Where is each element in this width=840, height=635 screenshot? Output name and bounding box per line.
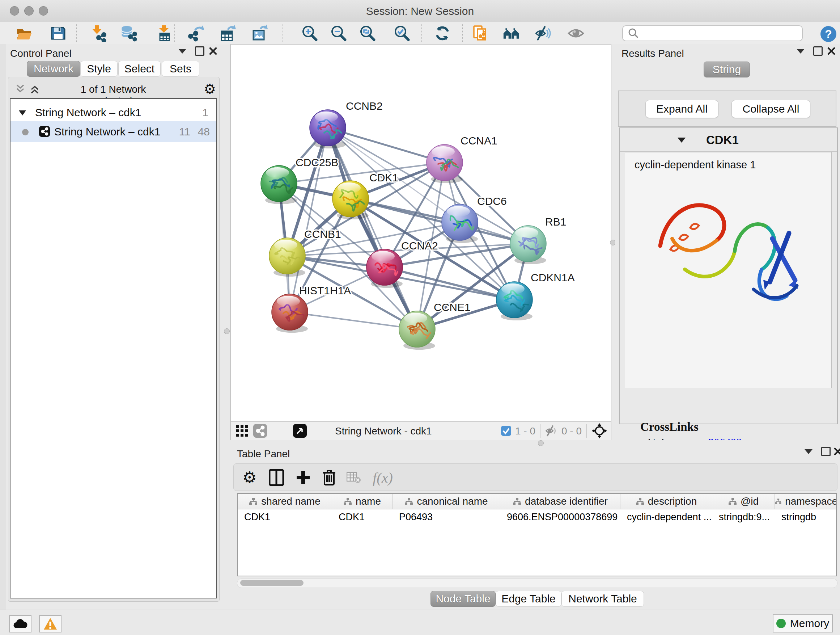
show-all-views-button[interactable]	[503, 25, 520, 42]
expand-all-button[interactable]: Expand All	[645, 100, 718, 118]
table-cell[interactable]: cyclin-dependent ...	[621, 509, 712, 524]
results-panel-menu-button[interactable]	[795, 46, 806, 56]
table-cell[interactable]: stringdb	[775, 509, 837, 524]
hide-selected-button[interactable]	[535, 25, 552, 42]
network-status-dot	[22, 129, 28, 135]
expand-all-networks-button[interactable]	[29, 84, 40, 96]
table-cell[interactable]: P06493	[393, 509, 500, 524]
help-button[interactable]: ?	[821, 26, 836, 42]
detach-view-button[interactable]	[293, 424, 307, 439]
node-CDKN1A[interactable]: CDKN1A	[496, 272, 575, 320]
warnings-button[interactable]	[39, 615, 62, 632]
table-settings-gear-button[interactable]: ⚙	[240, 468, 259, 487]
import-table-file-button[interactable]	[156, 25, 173, 42]
column-header--id[interactable]: @id	[712, 494, 775, 509]
table-cell[interactable]: stringdb:9...	[712, 509, 775, 524]
function-builder-button[interactable]: f(x)	[368, 468, 397, 487]
scrollbar-thumb[interactable]	[240, 580, 303, 586]
zoom-in-button[interactable]	[301, 25, 318, 42]
collapse-all-button[interactable]: Collapse All	[731, 100, 810, 118]
column-header-shared-name[interactable]: shared name	[238, 494, 332, 509]
network-list: String Network – cdk1 1 String Network –…	[10, 98, 217, 599]
table-panel-float-button[interactable]	[821, 447, 831, 456]
table-cell[interactable]: CDK1	[332, 509, 393, 524]
export-network-button[interactable]	[187, 25, 204, 42]
entry-disclosure-triangle-icon[interactable]	[677, 137, 686, 143]
results-panel: Results Panel String Expand All Collapse…	[615, 44, 840, 440]
left-splitter[interactable]	[223, 44, 231, 610]
splitter-handle[interactable]	[224, 328, 230, 334]
node-HIST1H1A[interactable]: HIST1H1A	[272, 285, 351, 333]
tab-edge-table[interactable]: Edge Table	[496, 591, 561, 607]
hidden-filter-button[interactable]	[545, 425, 559, 438]
network-row-selected[interactable]: String Network – cdk1 11 48	[11, 121, 216, 142]
edge-CCNE1-HIST1H1A[interactable]	[290, 312, 417, 329]
delete-table-button[interactable]	[344, 468, 363, 487]
show-hidden-button[interactable]	[567, 25, 584, 42]
node-CCNE1[interactable]: CCNE1	[399, 301, 471, 350]
plus-icon	[296, 470, 310, 485]
export-image-button[interactable]	[250, 25, 268, 42]
birdseye-toggle-button[interactable]	[592, 423, 607, 440]
tab-style[interactable]: Style	[80, 61, 118, 77]
splitter-handle[interactable]	[538, 440, 544, 446]
zoom-fit-button[interactable]	[359, 25, 376, 42]
control-panel-menu-button[interactable]	[177, 46, 188, 56]
network-view-panel[interactable]: CCNB2CCNA1CDC25BCDK1CDC6RB1CCNB1CCNA2CDK…	[231, 44, 611, 440]
selected-filter-checkbox[interactable]	[501, 426, 511, 437]
node-table[interactable]: shared name name canonical name database…	[237, 493, 837, 576]
results-panel-float-button[interactable]	[813, 46, 823, 56]
save-session-button[interactable]	[50, 25, 67, 42]
table-panel-close-button[interactable]	[832, 447, 840, 456]
column-header-canonical-name[interactable]: canonical name	[393, 494, 500, 509]
add-column-button[interactable]	[294, 468, 313, 487]
column-header-description[interactable]: description	[621, 494, 712, 509]
delete-column-button[interactable]	[320, 468, 339, 487]
cloud-status-button[interactable]	[9, 615, 32, 632]
tab-network-table[interactable]: Network Table	[561, 591, 644, 607]
node-RB1[interactable]: RB1	[510, 216, 566, 264]
clone-network-button[interactable]	[472, 25, 489, 42]
column-header-name[interactable]: name	[332, 494, 393, 509]
tab-network[interactable]: Network	[27, 61, 80, 77]
column-header-namespace[interactable]: namespace	[775, 494, 837, 509]
open-session-button[interactable]	[15, 25, 33, 42]
table-cell[interactable]: 9606.ENSP00000378699	[500, 509, 621, 524]
network-options-gear-button[interactable]: ⚙	[204, 82, 216, 96]
export-table-button[interactable]	[218, 25, 236, 42]
network-view-toggle-button[interactable]	[253, 424, 267, 439]
network-collection-row[interactable]: String Network – cdk1 1	[11, 105, 216, 121]
table-row[interactable]: CDK1CDK1P064939606.ENSP00000378699cyclin…	[238, 509, 836, 524]
control-panel-float-button[interactable]	[194, 46, 205, 56]
caret-down-icon	[805, 449, 813, 454]
tab-select[interactable]: Select	[118, 61, 161, 77]
column-header-database-identifier[interactable]: database identifier	[500, 494, 621, 509]
import-network-file-button[interactable]	[89, 25, 107, 42]
node-CCNB1[interactable]: CCNB1	[269, 228, 341, 277]
zoom-selected-button[interactable]	[393, 25, 411, 42]
tab-sets[interactable]: Sets	[162, 61, 199, 77]
node-CCNA1[interactable]: CCNA1	[426, 135, 497, 183]
table-panel-menu-button[interactable]	[803, 447, 814, 456]
collapse-all-networks-button[interactable]	[15, 84, 26, 96]
disclosure-triangle-icon[interactable]	[19, 110, 27, 116]
tab-node-table[interactable]: Node Table	[431, 591, 496, 607]
eye-slash-icon	[535, 25, 552, 41]
apply-layout-button[interactable]	[434, 25, 451, 42]
grid-view-button[interactable]	[236, 424, 248, 439]
search-input[interactable]	[643, 27, 802, 40]
results-panel-close-button[interactable]	[826, 46, 837, 56]
edge-CCNB2-CCNE1[interactable]	[328, 128, 417, 329]
memory-button[interactable]: Memory	[773, 614, 833, 632]
import-network-database-button[interactable]	[119, 25, 137, 42]
horizontal-splitter[interactable]	[231, 440, 840, 446]
tab-string[interactable]: String	[704, 62, 750, 78]
table-horizontal-scrollbar[interactable]	[237, 578, 837, 588]
table-cell[interactable]: CDK1	[238, 509, 332, 524]
zoom-out-button[interactable]	[330, 25, 347, 42]
toolbar-separator	[462, 24, 463, 42]
right-splitter[interactable]	[611, 44, 615, 440]
network-canvas[interactable]: CCNB2CCNA1CDC25BCDK1CDC6RB1CCNB1CCNA2CDK…	[231, 44, 611, 422]
show-columns-button[interactable]	[267, 468, 286, 487]
control-panel-close-button[interactable]	[208, 46, 218, 56]
